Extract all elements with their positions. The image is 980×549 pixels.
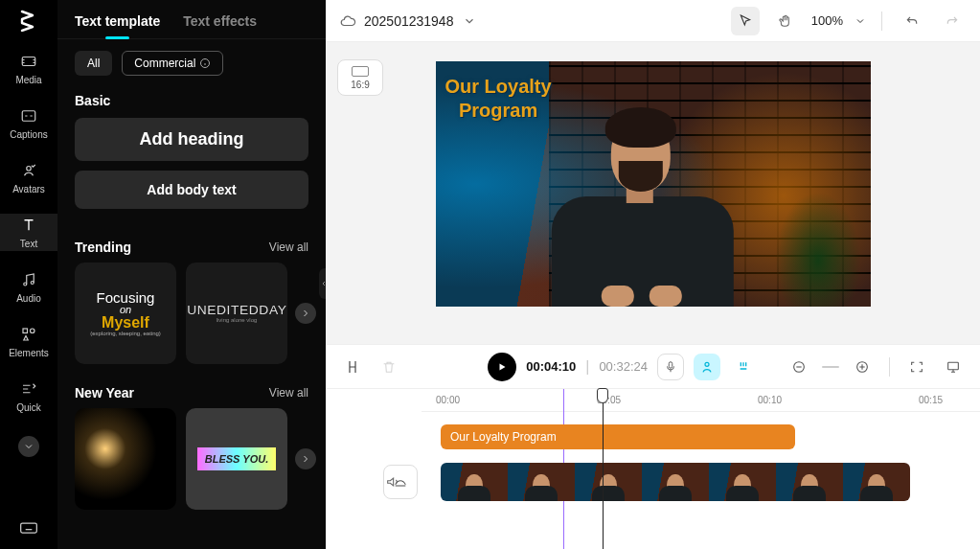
- delete-button[interactable]: [376, 354, 402, 380]
- basic-title: Basic: [75, 93, 308, 108]
- trending-row: Focusing on Myself (exploring, sleeping,…: [75, 263, 308, 364]
- text-panel: Text template Text effects All Commercia…: [57, 0, 326, 549]
- preview-area: 16:9 Our Loyalty Program: [326, 42, 980, 344]
- template-card[interactable]: [75, 408, 176, 510]
- timeline[interactable]: 00:00 00:05 00:10 00:15 Our Loyalty Prog…: [326, 388, 980, 549]
- rail-avatars[interactable]: Avatars: [0, 159, 57, 196]
- svg-rect-0: [22, 57, 35, 66]
- rail-label: Quick: [16, 402, 41, 413]
- rail-text[interactable]: Text: [0, 214, 57, 251]
- section-newyear: New Year View all BLESS YOU.: [57, 368, 326, 514]
- tab-text-effects[interactable]: Text effects: [183, 13, 257, 29]
- rail-label: Text: [20, 239, 37, 249]
- trending-title: Trending: [75, 240, 131, 255]
- captions-icon: [19, 106, 38, 126]
- video-preview[interactable]: Our Loyalty Program: [436, 61, 871, 307]
- section-trending: Trending View all Focusing on Myself (ex…: [57, 222, 326, 368]
- playhead[interactable]: [603, 389, 604, 549]
- filter-commercial-label: Commercial: [134, 57, 195, 70]
- template-card[interactable]: UNEDITEDDAY living alone vlog: [186, 263, 287, 364]
- text-clip[interactable]: Our Loyalty Program: [441, 424, 795, 449]
- cloud-icon[interactable]: [339, 12, 356, 30]
- rail-captions[interactable]: Captions: [0, 104, 57, 142]
- zoom-slider[interactable]: [822, 366, 839, 368]
- chevron-right-icon: [300, 308, 311, 319]
- trending-viewall[interactable]: View all: [269, 240, 308, 254]
- zoom-in-button[interactable]: [849, 354, 876, 380]
- rail-label: Avatars: [12, 184, 45, 194]
- add-body-text-button[interactable]: Add body text: [75, 171, 308, 209]
- rail-audio[interactable]: Audio: [0, 268, 57, 306]
- svg-rect-13: [948, 362, 959, 369]
- chevron-right-icon: [300, 453, 311, 465]
- carousel-next[interactable]: [295, 448, 316, 469]
- filter-commercial[interactable]: Commercial: [122, 51, 223, 76]
- ruler-mark: 00:15: [919, 395, 943, 405]
- add-heading-button[interactable]: Add heading: [75, 118, 308, 161]
- playhead-knob[interactable]: [597, 388, 608, 403]
- pointer-tool[interactable]: [731, 7, 760, 35]
- template-preview: Focusing on Myself (exploring, sleeping,…: [90, 290, 161, 336]
- ratio-shape-icon: [352, 66, 369, 77]
- present-button[interactable]: [940, 354, 967, 380]
- elements-icon: [19, 325, 38, 344]
- zoom-label[interactable]: 100%: [811, 13, 843, 28]
- template-card[interactable]: Focusing on Myself (exploring, sleeping,…: [75, 263, 176, 364]
- topbar: 202501231948 100%: [326, 0, 980, 42]
- ratio-label: 16:9: [351, 80, 369, 90]
- overlay-text[interactable]: Our Loyalty Program: [445, 75, 552, 123]
- filter-all[interactable]: All: [75, 51, 112, 76]
- rail-more[interactable]: [18, 436, 39, 457]
- template-preview: BLESS YOU.: [197, 447, 276, 470]
- info-icon: [199, 57, 211, 69]
- svg-point-3: [24, 283, 27, 286]
- template-card[interactable]: BLESS YOU.: [186, 408, 287, 510]
- voiceover-button[interactable]: [657, 354, 684, 380]
- tracks: Our Loyalty Program: [374, 417, 980, 502]
- zoom-out-button[interactable]: [786, 354, 812, 380]
- ruler-mark: 00:10: [758, 395, 782, 405]
- chevron-down-icon[interactable]: [855, 15, 866, 27]
- split-button[interactable]: [339, 354, 366, 380]
- hand-tool[interactable]: [771, 7, 800, 35]
- rail-quick[interactable]: Quick: [0, 377, 57, 415]
- text-track[interactable]: Our Loyalty Program: [374, 417, 980, 457]
- redo-button[interactable]: [938, 7, 967, 35]
- auto-caption-button[interactable]: [694, 354, 720, 380]
- play-button[interactable]: [488, 353, 516, 381]
- fit-button[interactable]: [903, 354, 930, 380]
- newyear-viewall[interactable]: View all: [269, 386, 308, 400]
- avatars-icon: [19, 161, 38, 180]
- app-logo[interactable]: [16, 8, 41, 33]
- magnetic-button[interactable]: [730, 354, 757, 380]
- timeline-ruler[interactable]: 00:00 00:05 00:10 00:15: [422, 389, 980, 412]
- aspect-ratio-chip[interactable]: 16:9: [337, 59, 383, 96]
- undo-button[interactable]: [898, 7, 926, 35]
- project-menu[interactable]: [461, 12, 478, 30]
- tab-text-template[interactable]: Text template: [75, 13, 160, 29]
- keyboard-icon: [19, 518, 38, 538]
- svg-point-6: [31, 329, 35, 333]
- panel-tabs: Text template Text effects: [57, 0, 326, 39]
- carousel-next[interactable]: [295, 303, 316, 324]
- video-clip[interactable]: [441, 463, 910, 501]
- rail-label: Captions: [10, 129, 47, 140]
- svg-point-2: [27, 167, 32, 172]
- player-controls: 00:04:10 | 00:32:24: [326, 344, 980, 388]
- rail-media[interactable]: Media: [0, 50, 57, 87]
- section-basic: Basic Add heading Add body text: [57, 85, 326, 222]
- project-name[interactable]: 202501231948: [364, 13, 453, 29]
- rail-keyboard[interactable]: [0, 516, 57, 539]
- svg-rect-7: [21, 523, 37, 533]
- text-icon: [19, 216, 38, 235]
- rail-label: Audio: [16, 293, 41, 304]
- track-edit-chip[interactable]: [383, 465, 418, 499]
- svg-point-10: [705, 362, 709, 366]
- rail-label: Elements: [9, 348, 49, 358]
- time-total: 00:32:24: [599, 359, 648, 374]
- video-track[interactable]: [374, 462, 980, 502]
- time-current: 00:04:10: [526, 359, 576, 374]
- rail-elements[interactable]: Elements: [0, 323, 57, 360]
- filter-row: All Commercial: [57, 39, 326, 85]
- audio-icon: [19, 270, 38, 289]
